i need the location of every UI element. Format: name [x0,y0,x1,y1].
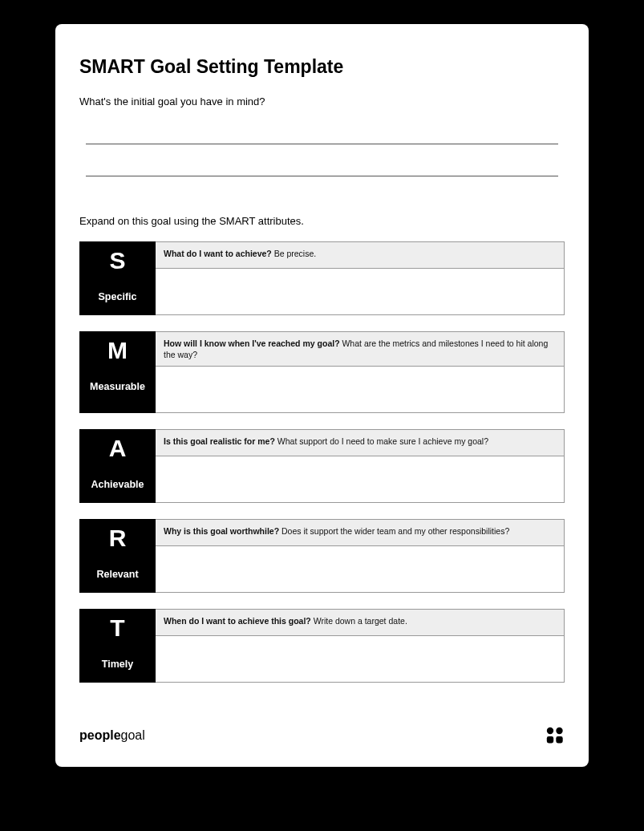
expand-prompt: Expand on this goal using the SMART attr… [79,215,565,227]
smart-label-achievable: A Achievable [79,429,156,503]
smart-question: Is this goal realistic for me? What supp… [156,429,565,456]
page: SMART Goal Setting Template What's the i… [55,24,589,767]
svg-rect-3 [556,736,562,743]
smart-word: Measurable [79,381,156,392]
smart-body: What do I want to achieve? Be precise. [156,241,565,315]
smart-question-bold: When do I want to achieve this goal? [164,616,311,626]
smart-label-measurable: M Measurable [79,331,156,413]
smart-question-rest: Does it support the wider team and my ot… [279,526,509,536]
relevant-input[interactable] [156,546,565,593]
smart-letter: R [79,525,156,551]
svg-rect-2 [547,736,553,743]
smart-question-rest: What support do I need to make sure I ac… [275,436,488,446]
achievable-input[interactable] [156,456,565,503]
smart-word: Specific [79,291,156,302]
smart-question: What do I want to achieve? Be precise. [156,241,565,269]
svg-point-0 [547,728,553,734]
smart-question-bold: Why is this goal worthwhile? [164,526,279,536]
initial-goal-line-1[interactable] [86,132,558,144]
smart-row-measurable: M Measurable How will I know when I've r… [79,331,565,413]
brand-light: goal [121,728,145,742]
brand-logo-text: peoplegoal [79,728,145,743]
smart-label-specific: S Specific [79,241,156,315]
smart-body: Why is this goal worthwhile? Does it sup… [156,519,565,593]
smart-letter: T [79,615,156,641]
smart-row-relevant: R Relevant Why is this goal worthwhile? … [79,519,565,593]
smart-body: How will I know when I've reached my goa… [156,331,565,413]
brand-logo-icon [545,727,565,744]
smart-question: How will I know when I've reached my goa… [156,331,565,367]
smart-question-bold: How will I know when I've reached my goa… [164,338,340,348]
smart-row-specific: S Specific What do I want to achieve? Be… [79,241,565,315]
smart-word: Achievable [79,479,156,490]
smart-question-rest: Write down a target date. [311,616,407,626]
smart-row-achievable: A Achievable Is this goal realistic for … [79,429,565,503]
footer: peoplegoal [79,699,565,744]
smart-letter: M [79,338,156,363]
svg-point-1 [556,728,562,734]
smart-word: Relevant [79,569,156,580]
brand-bold: people [79,728,121,742]
smart-question: When do I want to achieve this goal? Wri… [156,609,565,636]
smart-question: Why is this goal worthwhile? Does it sup… [156,519,565,546]
smart-question-rest: Be precise. [272,249,316,258]
smart-body: When do I want to achieve this goal? Wri… [156,609,565,683]
specific-input[interactable] [156,269,565,315]
smart-label-relevant: R Relevant [79,519,156,593]
smart-row-timely: T Timely When do I want to achieve this … [79,609,565,683]
smart-body: Is this goal realistic for me? What supp… [156,429,565,503]
smart-letter: S [79,248,156,274]
smart-label-timely: T Timely [79,609,156,683]
page-title: SMART Goal Setting Template [79,56,565,78]
smart-word: Timely [79,659,156,670]
smart-letter: A [79,436,156,461]
smart-question-bold: Is this goal realistic for me? [164,436,275,446]
initial-goal-line-2[interactable] [86,164,558,176]
measurable-input[interactable] [156,367,565,413]
timely-input[interactable] [156,636,565,683]
initial-goal-prompt: What's the initial goal you have in mind… [79,95,565,107]
smart-question-bold: What do I want to achieve? [164,249,272,258]
